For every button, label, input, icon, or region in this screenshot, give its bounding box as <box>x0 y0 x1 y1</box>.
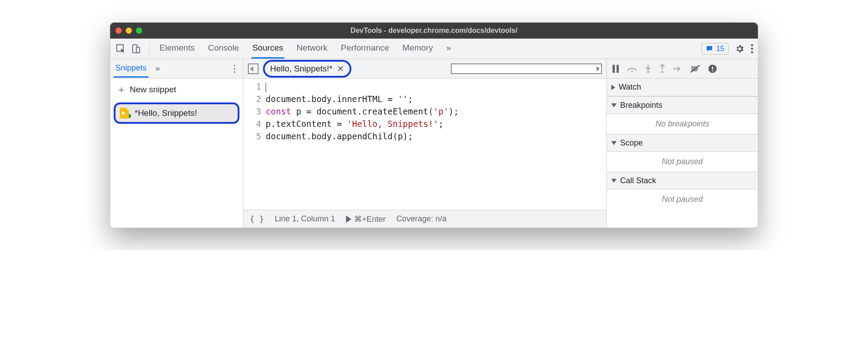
step-out-icon[interactable] <box>659 64 665 73</box>
breakpoints-label: Breakpoints <box>620 101 662 110</box>
new-snippet-button[interactable]: ＋ New snippet <box>110 79 243 101</box>
maximize-window-button[interactable] <box>136 28 142 34</box>
navigator-panel: Snippets » ⋮ ＋ New snippet *Hello, Snipp… <box>110 59 243 228</box>
main-toolbar: Elements Console Sources Network Perform… <box>110 39 758 59</box>
editor-tab-label: Hello, Snippets!* <box>270 64 332 74</box>
pause-icon[interactable] <box>612 65 619 73</box>
inspect-element-icon[interactable] <box>115 43 127 55</box>
tab-memory[interactable]: Memory <box>402 39 434 59</box>
pretty-print-icon[interactable]: { } <box>250 214 264 224</box>
breakpoints-body: No breakpoints <box>607 114 758 134</box>
callstack-body: Not paused <box>607 189 758 209</box>
expand-icon <box>611 85 615 90</box>
svg-point-5 <box>751 51 753 53</box>
new-snippet-label: New snippet <box>130 85 176 94</box>
panel-body: Snippets » ⋮ ＋ New snippet *Hello, Snipp… <box>110 59 758 228</box>
svg-point-3 <box>751 44 753 46</box>
code-editor[interactable]: 12345 document.body.innerHTML = ''; cons… <box>243 79 606 210</box>
editor-header: Hello, Snippets!* ✕ <box>243 59 606 79</box>
minimize-window-button[interactable] <box>126 28 132 34</box>
tabs-overflow[interactable]: » <box>446 39 452 59</box>
more-menu-icon[interactable] <box>751 44 753 54</box>
watch-section-header[interactable]: Watch <box>607 79 758 96</box>
navigator-header: Snippets » ⋮ <box>110 59 243 79</box>
pause-on-exceptions-icon[interactable] <box>708 64 717 73</box>
svg-point-11 <box>673 68 675 70</box>
svg-point-4 <box>751 47 753 50</box>
navigator-body: ＋ New snippet *Hello, Snippets! <box>110 79 243 228</box>
svg-rect-7 <box>617 65 619 73</box>
scope-body: Not paused <box>607 152 758 172</box>
tab-network[interactable]: Network <box>296 39 329 59</box>
snippet-file-icon <box>120 108 129 118</box>
collapse-icon <box>611 179 617 183</box>
svg-point-9 <box>647 71 649 73</box>
editor-file-tab[interactable]: Hello, Snippets!* ✕ <box>263 60 351 78</box>
step-icon[interactable] <box>673 66 682 72</box>
cursor-position: Line 1, Column 1 <box>275 214 335 224</box>
issues-count: 15 <box>716 44 725 53</box>
coverage-status: Coverage: n/a <box>396 214 446 224</box>
code-content[interactable]: document.body.innerHTML = ''; const p = … <box>266 80 606 210</box>
snippet-name: *Hello, Snippets! <box>135 108 197 118</box>
svg-point-10 <box>661 71 664 73</box>
toolbar-right: 15 <box>701 43 753 55</box>
svg-rect-14 <box>712 71 713 71</box>
traffic-lights <box>115 28 142 34</box>
callstack-section-header[interactable]: Call Stack <box>607 172 758 189</box>
navigator-menu-icon[interactable]: ⋮ <box>230 63 239 75</box>
line-gutter: 12345 <box>243 80 266 210</box>
run-hint: ⌘+Enter <box>354 214 386 224</box>
run-snippet-button[interactable]: ⌘+Enter <box>346 214 386 224</box>
panel-tabs: Elements Console Sources Network Perform… <box>159 39 452 59</box>
nav-back-icon[interactable] <box>248 63 259 74</box>
scope-section-header[interactable]: Scope <box>607 134 758 152</box>
navigator-tab-snippets[interactable]: Snippets <box>114 60 148 78</box>
nav-forward-icon[interactable] <box>451 63 602 74</box>
svg-rect-6 <box>613 65 615 73</box>
tab-sources[interactable]: Sources <box>251 39 284 59</box>
deactivate-breakpoints-icon[interactable] <box>690 65 700 73</box>
plus-icon: ＋ <box>116 83 126 96</box>
snippet-item[interactable]: *Hello, Snippets! <box>114 102 239 124</box>
scope-label: Scope <box>620 138 643 148</box>
close-window-button[interactable] <box>115 28 122 34</box>
svg-rect-2 <box>136 47 139 53</box>
devtools-window: DevTools - developer.chrome.com/docs/dev… <box>110 22 758 228</box>
collapse-icon <box>611 103 617 107</box>
issues-button[interactable]: 15 <box>701 43 729 55</box>
step-over-icon[interactable] <box>627 65 637 73</box>
svg-rect-13 <box>712 67 713 70</box>
svg-point-8 <box>631 71 633 72</box>
step-into-icon[interactable] <box>645 64 651 73</box>
play-icon <box>346 216 351 223</box>
debugger-toolbar <box>607 59 758 79</box>
tab-elements[interactable]: Elements <box>159 39 195 59</box>
callstack-label: Call Stack <box>620 176 656 185</box>
editor-panel: Hello, Snippets!* ✕ 12345 document.body.… <box>243 59 607 228</box>
debugger-panel: Watch Breakpoints No breakpoints Scope N… <box>607 59 758 228</box>
breakpoints-section-header[interactable]: Breakpoints <box>607 96 758 114</box>
watch-label: Watch <box>619 83 641 92</box>
titlebar: DevTools - developer.chrome.com/docs/dev… <box>110 23 758 39</box>
navigator-overflow[interactable]: » <box>155 64 160 73</box>
editor-footer: { } Line 1, Column 1 ⌘+Enter Coverage: n… <box>243 210 606 228</box>
window-title: DevTools - developer.chrome.com/docs/dev… <box>110 27 758 35</box>
settings-icon[interactable] <box>735 44 745 54</box>
tab-performance[interactable]: Performance <box>340 39 390 59</box>
collapse-icon <box>611 141 617 145</box>
device-toolbar-icon[interactable] <box>130 43 142 55</box>
close-tab-icon[interactable]: ✕ <box>337 63 344 74</box>
tab-console[interactable]: Console <box>207 39 240 59</box>
separator <box>149 43 150 55</box>
